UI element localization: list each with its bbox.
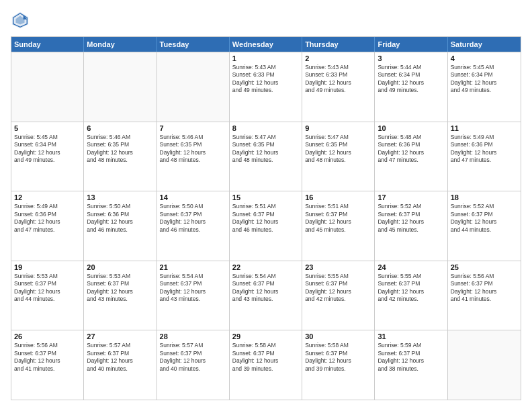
day-info: Sunrise: 5:51 AM Sunset: 6:37 PM Dayligh…	[232, 203, 299, 234]
day-info: Sunrise: 5:58 AM Sunset: 6:37 PM Dayligh…	[232, 342, 299, 373]
day-cell-23: 23Sunrise: 5:55 AM Sunset: 6:37 PM Dayli…	[302, 261, 375, 330]
day-info: Sunrise: 5:53 AM Sunset: 6:37 PM Dayligh…	[87, 273, 153, 304]
day-number: 14	[160, 193, 226, 201]
day-cell-6: 6Sunrise: 5:46 AM Sunset: 6:35 PM Daylig…	[84, 122, 157, 191]
day-number: 4	[451, 54, 518, 62]
day-cell-5: 5Sunrise: 5:45 AM Sunset: 6:34 PM Daylig…	[11, 122, 84, 191]
day-info: Sunrise: 5:57 AM Sunset: 6:37 PM Dayligh…	[160, 342, 226, 373]
logo-icon	[11, 11, 30, 30]
day-number: 18	[451, 193, 518, 201]
day-info: Sunrise: 5:47 AM Sunset: 6:35 PM Dayligh…	[232, 134, 299, 165]
header-day-sunday: Sunday	[11, 37, 84, 52]
day-info: Sunrise: 5:44 AM Sunset: 6:34 PM Dayligh…	[378, 64, 444, 95]
day-cell-22: 22Sunrise: 5:54 AM Sunset: 6:37 PM Dayli…	[230, 261, 302, 330]
calendar: SundayMondayTuesdayWednesdayThursdayFrid…	[11, 36, 521, 400]
day-number: 3	[378, 54, 444, 62]
day-info: Sunrise: 5:46 AM Sunset: 6:35 PM Dayligh…	[160, 134, 226, 165]
day-number: 23	[305, 263, 371, 271]
week-row-5: 26Sunrise: 5:56 AM Sunset: 6:37 PM Dayli…	[11, 330, 521, 400]
day-cell-31: 31Sunrise: 5:59 AM Sunset: 6:37 PM Dayli…	[375, 330, 447, 400]
day-info: Sunrise: 5:52 AM Sunset: 6:37 PM Dayligh…	[451, 203, 518, 234]
empty-cell	[448, 330, 521, 400]
day-number: 25	[451, 263, 518, 271]
day-number: 20	[87, 263, 153, 271]
day-number: 1	[232, 54, 299, 62]
day-number: 16	[305, 193, 371, 201]
day-cell-28: 28Sunrise: 5:57 AM Sunset: 6:37 PM Dayli…	[157, 330, 230, 400]
day-cell-29: 29Sunrise: 5:58 AM Sunset: 6:37 PM Dayli…	[230, 330, 302, 400]
calendar-header: SundayMondayTuesdayWednesdayThursdayFrid…	[11, 37, 521, 52]
header	[11, 11, 521, 30]
day-number: 29	[232, 332, 299, 340]
day-info: Sunrise: 5:52 AM Sunset: 6:37 PM Dayligh…	[378, 203, 444, 234]
day-info: Sunrise: 5:43 AM Sunset: 6:33 PM Dayligh…	[305, 64, 371, 95]
day-cell-20: 20Sunrise: 5:53 AM Sunset: 6:37 PM Dayli…	[84, 261, 157, 330]
day-cell-14: 14Sunrise: 5:50 AM Sunset: 6:37 PM Dayli…	[157, 191, 230, 261]
day-number: 10	[378, 124, 444, 132]
day-cell-4: 4Sunrise: 5:45 AM Sunset: 6:34 PM Daylig…	[448, 52, 521, 122]
day-cell-17: 17Sunrise: 5:52 AM Sunset: 6:37 PM Dayli…	[375, 191, 447, 261]
logo	[11, 11, 32, 30]
day-number: 13	[87, 193, 153, 201]
day-number: 26	[14, 332, 81, 340]
day-cell-27: 27Sunrise: 5:57 AM Sunset: 6:37 PM Dayli…	[84, 330, 157, 400]
day-cell-2: 2Sunrise: 5:43 AM Sunset: 6:33 PM Daylig…	[302, 52, 375, 122]
day-cell-26: 26Sunrise: 5:56 AM Sunset: 6:37 PM Dayli…	[11, 330, 84, 400]
day-number: 27	[87, 332, 153, 340]
day-number: 11	[451, 124, 518, 132]
header-day-friday: Friday	[375, 37, 447, 52]
day-cell-24: 24Sunrise: 5:55 AM Sunset: 6:37 PM Dayli…	[375, 261, 447, 330]
day-info: Sunrise: 5:55 AM Sunset: 6:37 PM Dayligh…	[305, 273, 371, 304]
day-info: Sunrise: 5:45 AM Sunset: 6:34 PM Dayligh…	[14, 134, 81, 165]
day-info: Sunrise: 5:58 AM Sunset: 6:37 PM Dayligh…	[305, 342, 371, 373]
day-number: 7	[160, 124, 226, 132]
day-number: 19	[14, 263, 81, 271]
day-number: 15	[232, 193, 299, 201]
calendar-body: 1Sunrise: 5:43 AM Sunset: 6:33 PM Daylig…	[11, 52, 521, 400]
empty-cell	[11, 52, 84, 122]
day-info: Sunrise: 5:45 AM Sunset: 6:34 PM Dayligh…	[451, 64, 518, 95]
day-cell-3: 3Sunrise: 5:44 AM Sunset: 6:34 PM Daylig…	[375, 52, 447, 122]
day-cell-9: 9Sunrise: 5:47 AM Sunset: 6:35 PM Daylig…	[302, 122, 375, 191]
day-number: 30	[305, 332, 371, 340]
header-day-tuesday: Tuesday	[157, 37, 230, 52]
day-number: 17	[378, 193, 444, 201]
day-info: Sunrise: 5:47 AM Sunset: 6:35 PM Dayligh…	[305, 134, 371, 165]
week-row-1: 1Sunrise: 5:43 AM Sunset: 6:33 PM Daylig…	[11, 52, 521, 122]
day-info: Sunrise: 5:49 AM Sunset: 6:36 PM Dayligh…	[451, 134, 518, 165]
day-cell-11: 11Sunrise: 5:49 AM Sunset: 6:36 PM Dayli…	[448, 122, 521, 191]
day-number: 8	[232, 124, 299, 132]
day-info: Sunrise: 5:50 AM Sunset: 6:37 PM Dayligh…	[160, 203, 226, 234]
day-info: Sunrise: 5:56 AM Sunset: 6:37 PM Dayligh…	[14, 342, 81, 373]
day-number: 12	[14, 193, 81, 201]
day-info: Sunrise: 5:54 AM Sunset: 6:37 PM Dayligh…	[160, 273, 226, 304]
day-info: Sunrise: 5:53 AM Sunset: 6:37 PM Dayligh…	[14, 273, 81, 304]
day-number: 22	[232, 263, 299, 271]
day-cell-1: 1Sunrise: 5:43 AM Sunset: 6:33 PM Daylig…	[230, 52, 302, 122]
day-info: Sunrise: 5:54 AM Sunset: 6:37 PM Dayligh…	[232, 273, 299, 304]
day-info: Sunrise: 5:48 AM Sunset: 6:36 PM Dayligh…	[378, 134, 444, 165]
day-number: 5	[14, 124, 81, 132]
day-info: Sunrise: 5:43 AM Sunset: 6:33 PM Dayligh…	[232, 64, 299, 95]
day-info: Sunrise: 5:50 AM Sunset: 6:36 PM Dayligh…	[87, 203, 153, 234]
day-cell-12: 12Sunrise: 5:49 AM Sunset: 6:36 PM Dayli…	[11, 191, 84, 261]
day-cell-18: 18Sunrise: 5:52 AM Sunset: 6:37 PM Dayli…	[448, 191, 521, 261]
page: SundayMondayTuesdayWednesdayThursdayFrid…	[0, 0, 532, 411]
empty-cell	[157, 52, 230, 122]
day-number: 6	[87, 124, 153, 132]
day-number: 31	[378, 332, 444, 340]
day-cell-30: 30Sunrise: 5:58 AM Sunset: 6:37 PM Dayli…	[302, 330, 375, 400]
day-number: 2	[305, 54, 371, 62]
week-row-2: 5Sunrise: 5:45 AM Sunset: 6:34 PM Daylig…	[11, 122, 521, 191]
week-row-3: 12Sunrise: 5:49 AM Sunset: 6:36 PM Dayli…	[11, 191, 521, 261]
day-info: Sunrise: 5:49 AM Sunset: 6:36 PM Dayligh…	[14, 203, 81, 234]
day-info: Sunrise: 5:46 AM Sunset: 6:35 PM Dayligh…	[87, 134, 153, 165]
day-cell-13: 13Sunrise: 5:50 AM Sunset: 6:36 PM Dayli…	[84, 191, 157, 261]
day-cell-21: 21Sunrise: 5:54 AM Sunset: 6:37 PM Dayli…	[157, 261, 230, 330]
day-number: 21	[160, 263, 226, 271]
day-info: Sunrise: 5:56 AM Sunset: 6:37 PM Dayligh…	[451, 273, 518, 304]
week-row-4: 19Sunrise: 5:53 AM Sunset: 6:37 PM Dayli…	[11, 261, 521, 330]
day-cell-16: 16Sunrise: 5:51 AM Sunset: 6:37 PM Dayli…	[302, 191, 375, 261]
header-day-saturday: Saturday	[448, 37, 521, 52]
day-number: 28	[160, 332, 226, 340]
